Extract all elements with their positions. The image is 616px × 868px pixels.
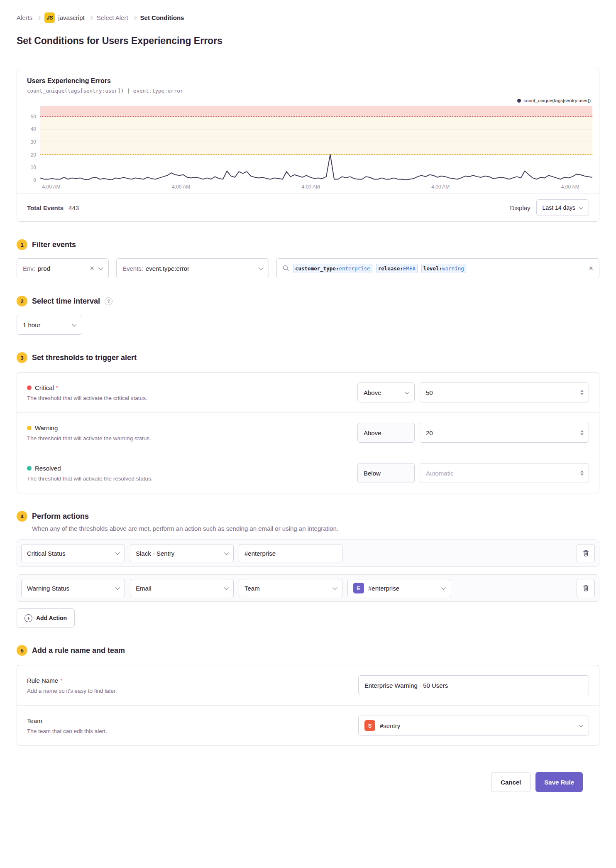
action-channel-input[interactable] [239,544,342,562]
chevron-right-icon [88,16,93,20]
stepper-icon[interactable] [580,430,584,436]
section-time-interval: 2 Select time interval ? [17,296,599,306]
save-rule-button[interactable]: Save Rule [535,772,583,792]
section-heading: Filter events [32,240,76,249]
chart-x-axis: 4:00 AM4:00 AM4:00 AM4:00 AM4:00 AM [40,180,592,193]
action-integration-select[interactable]: Email [130,579,234,597]
step-number-badge: 2 [17,296,27,306]
add-action-button[interactable]: + Add Action [17,608,75,628]
action-trigger-value: Critical Status [27,550,66,557]
search-token[interactable]: customer_type:enterprise [293,264,372,273]
rule-team-value: #sentry [380,722,400,729]
clear-search-icon[interactable]: × [589,265,593,272]
rule-name-input[interactable] [358,675,589,695]
warning-threshold-input[interactable] [420,423,589,443]
breadcrumb-project[interactable]: JS javascript [44,12,84,23]
token-key: release: [378,265,403,272]
step-number-badge: 4 [17,511,27,522]
rule-team-row: Team The team that can edit this alert. … [17,705,599,745]
plus-icon: + [24,614,32,622]
series-line [40,154,592,180]
time-interval-value: 1 hour [23,321,41,329]
delete-action-button[interactable] [577,544,595,562]
action-trigger-select[interactable]: Warning Status [21,579,125,597]
action-target-type-value: Team [244,585,260,592]
search-token[interactable]: level:warning [421,264,466,273]
page-title: Set Conditions for Users Experiencing Er… [17,35,599,47]
environment-select[interactable]: Env: prod × [17,258,109,278]
rule-name-label: Rule Name [27,677,58,684]
token-value: enterprise [339,265,370,272]
critical-status-dot-icon [27,385,32,390]
resolved-threshold-input[interactable] [420,463,589,483]
javascript-project-icon: JS [44,12,55,23]
threshold-description: The threshold that will activate the res… [27,476,152,482]
warning-comparison-select[interactable]: Above [357,423,415,443]
step-number-badge: 1 [17,239,27,250]
resolved-status-dot-icon [27,466,32,471]
section-thresholds: 3 Set thresholds to trigger alert [17,352,599,363]
x-tick-label: 4:00 AM [561,184,579,190]
chevron-down-icon [579,205,583,209]
delete-action-button[interactable] [577,579,595,597]
actions-description: When any of the thresholds above are met… [32,525,599,532]
total-events-label: Total Events [27,204,64,211]
time-interval-select[interactable]: 1 hour [17,315,82,335]
help-icon[interactable]: ? [105,297,112,305]
x-tick-label: 4:00 AM [302,184,320,190]
action-target-type-select[interactable]: Team [239,579,342,597]
rule-team-select[interactable]: S #sentry [358,716,589,736]
chevron-down-icon [115,585,120,590]
section-filter-events: 1 Filter events [17,239,599,250]
clear-icon[interactable]: × [90,265,94,272]
events-select[interactable]: Events: event.type:error [116,258,269,278]
events-select-label: Events: [122,265,143,272]
chevron-down-icon [98,265,103,270]
chevron-down-icon [72,322,76,326]
y-tick-label: 10 [31,164,36,170]
chevron-down-icon [224,550,228,555]
breadcrumb-project-label: javascript [58,14,84,21]
action-team-select[interactable]: E #enterprise [347,579,451,597]
action-integration-value: Slack - Sentry [136,550,174,557]
section-heading: Select time interval [32,297,100,306]
rule-panel: Rule Name * Add a name so it's easy to f… [17,665,599,746]
add-action-label: Add Action [36,615,67,621]
section-heading: Perform actions [32,512,89,521]
section-heading: Add a rule name and team [32,646,125,655]
breadcrumb-set-conditions: Set Conditions [140,14,184,21]
cancel-button[interactable]: Cancel [491,772,530,792]
critical-comparison-select[interactable]: Above [357,383,415,402]
search-token[interactable]: release:EMEA [376,264,418,273]
display-range-value: Last 14 days [543,204,575,211]
stepper-icon[interactable] [580,471,584,476]
total-events-value: 443 [68,204,79,211]
resolved-comparison-select[interactable]: Below [357,463,415,483]
team-avatar: S [364,720,375,731]
chart-plot [40,106,592,180]
breadcrumb-alerts[interactable]: Alerts [17,14,32,21]
display-range-dropdown[interactable]: Last 14 days [536,199,589,216]
search-icon [283,265,289,272]
trash-icon [583,585,589,591]
rule-name-row: Rule Name * Add a name so it's easy to f… [17,665,599,705]
threshold-description: The threshold that will activate the war… [27,435,151,441]
action-trigger-select[interactable]: Critical Status [21,544,125,562]
action-integration-select[interactable]: Slack - Sentry [130,544,234,562]
threshold-row-warning: Warning The threshold that will activate… [17,412,599,453]
threshold-label: Warning [35,424,58,432]
series-line-svg [40,106,592,180]
search-input[interactable]: customer_type:enterprise release:EMEA le… [276,258,599,278]
action-integration-value: Email [136,585,152,592]
chart-title: Users Experiencing Errors [27,77,589,85]
comparison-value: Below [364,470,381,477]
breadcrumb-select-alert[interactable]: Select Alert [97,14,128,21]
thresholds-panel: Critical * The threshold that will activ… [17,372,599,493]
warning-status-dot-icon [27,426,32,430]
token-key: customer_type: [295,265,339,272]
header-divider [0,55,616,55]
chart-query: count_unique(tags[sentry:user]) | event.… [27,88,589,94]
stepper-icon[interactable] [580,390,584,395]
critical-threshold-input[interactable] [420,383,589,402]
section-rule-name: 5 Add a rule name and team [17,645,599,656]
